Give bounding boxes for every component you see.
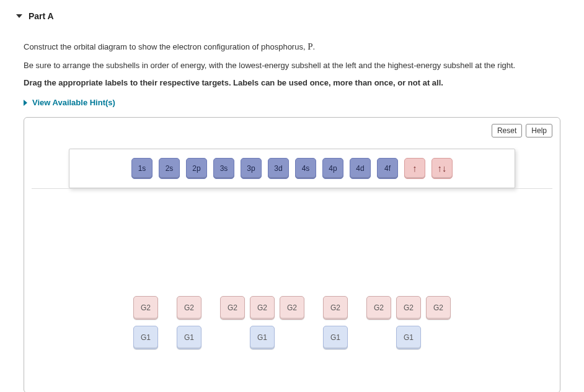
palette-subshell-2p[interactable]: 2p — [186, 158, 207, 179]
palette-subshell-4d[interactable]: 4d — [350, 158, 371, 179]
help-button[interactable]: Help — [526, 124, 552, 137]
slot-group-top: G2G2G2 — [220, 296, 304, 320]
instr-text: . — [313, 42, 316, 51]
slot-group-bottom: G1 — [396, 326, 421, 349]
drop-slot-g1[interactable]: G1 — [177, 326, 201, 349]
chevron-down-icon — [16, 14, 22, 18]
instruction-line-1: Construct the orbital diagram to show th… — [24, 39, 560, 55]
slot-group-bottom: G1 — [177, 326, 201, 349]
chevron-right-icon — [24, 100, 27, 106]
palette-subshell-3s[interactable]: 3s — [213, 158, 234, 179]
drop-workspace[interactable]: G2G1G2G1G2G2G2G1G2G1G2G2G2G1 — [32, 188, 552, 392]
palette-row: 1s2s2p3s3p3d4s4p4d4f↑↑↓ — [76, 158, 508, 179]
slot-group-bottom: G1 — [323, 326, 348, 349]
palette-subshell-3p[interactable]: 3p — [241, 158, 262, 179]
slot-group-0: G2G1 — [133, 296, 158, 349]
drop-slot-g2[interactable]: G2 — [280, 296, 304, 320]
drop-slot-g2[interactable]: G2 — [396, 296, 421, 320]
slot-group-1: G2G1 — [177, 296, 201, 349]
instructions: Construct the orbital diagram to show th… — [12, 32, 572, 110]
slot-group-bottom: G1 — [250, 326, 275, 349]
palette-subshell-1s[interactable]: 1s — [131, 158, 153, 179]
activity-canvas: Reset Help 1s2s2p3s3p3d4s4p4d4f↑↑↓ G2G1G… — [24, 117, 560, 392]
drop-slot-g2[interactable]: G2 — [133, 296, 158, 320]
slot-group-top: G2G2G2 — [366, 296, 451, 320]
slot-group-bottom: G1 — [133, 326, 158, 349]
instruction-line-2: Be sure to arrange the subshells in orde… — [24, 59, 560, 72]
palette-arrow-updown[interactable]: ↑↓ — [431, 158, 453, 179]
drop-slot-g1[interactable]: G1 — [396, 326, 421, 349]
instruction-line-3: Drag the appropriate labels to their res… — [24, 76, 560, 90]
palette-subshell-3d[interactable]: 3d — [268, 158, 289, 179]
palette-subshell-4p[interactable]: 4p — [322, 158, 343, 179]
slot-group-top: G2 — [177, 296, 201, 320]
label-palette: 1s2s2p3s3p3d4s4p4d4f↑↑↓ — [69, 149, 515, 188]
slot-group-top: G2 — [133, 296, 158, 320]
part-title: Part A — [29, 11, 54, 21]
drop-slot-g1[interactable]: G1 — [323, 326, 348, 349]
slot-group-2: G2G2G2G1 — [220, 296, 304, 349]
slot-group-4: G2G2G2G1 — [366, 296, 451, 349]
palette-subshell-4f[interactable]: 4f — [377, 158, 398, 179]
reset-button[interactable]: Reset — [492, 124, 522, 137]
palette-subshell-2s[interactable]: 2s — [159, 158, 180, 179]
palette-subshell-4s[interactable]: 4s — [295, 158, 316, 179]
element-symbol: P — [307, 41, 312, 51]
palette-arrow-up[interactable]: ↑ — [404, 158, 425, 179]
drop-slot-g2[interactable]: G2 — [426, 296, 451, 320]
drop-slot-g2[interactable]: G2 — [366, 296, 391, 320]
slot-group-3: G2G1 — [323, 296, 348, 349]
slot-group-top: G2 — [323, 296, 348, 320]
drop-slot-g2[interactable]: G2 — [250, 296, 275, 320]
drop-slot-g1[interactable]: G1 — [250, 326, 275, 349]
drop-groups: G2G1G2G1G2G2G2G1G2G1G2G2G2G1 — [32, 296, 552, 349]
instr-text: Construct the orbital diagram to show th… — [24, 42, 307, 51]
view-hints-toggle[interactable]: View Available Hint(s) — [24, 96, 560, 110]
part-header[interactable]: Part A — [12, 6, 572, 32]
drop-slot-g2[interactable]: G2 — [220, 296, 245, 320]
hints-label: View Available Hint(s) — [32, 96, 115, 110]
canvas-toolbar: Reset Help — [32, 124, 552, 137]
drop-slot-g2[interactable]: G2 — [177, 296, 201, 320]
drop-slot-g1[interactable]: G1 — [133, 326, 158, 349]
drop-slot-g2[interactable]: G2 — [323, 296, 348, 320]
